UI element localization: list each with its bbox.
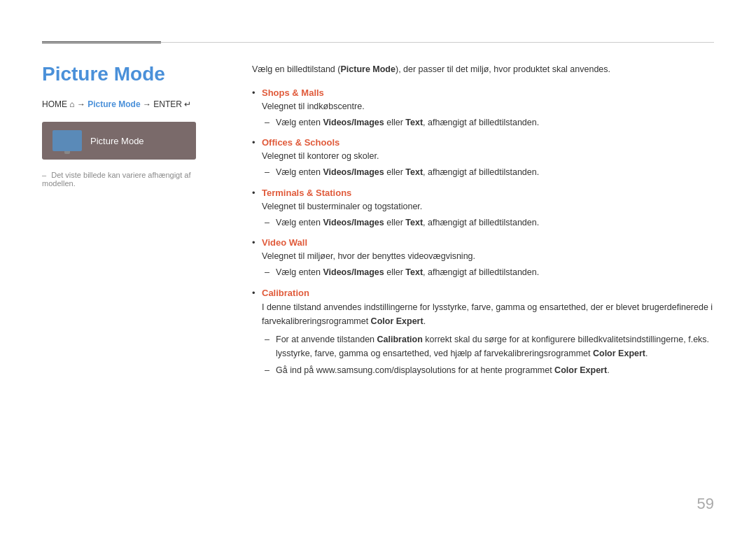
right-column: Vælg en billedtilstand (Picture Mode), d… [252, 56, 714, 386]
item-heading-videowall: Video Wall [262, 237, 714, 248]
page-number: 59 [697, 495, 714, 513]
footnote-dash: – [42, 171, 46, 179]
calibration-sub-2: Gå ind på www.samsung.com/displaysolutio… [262, 363, 714, 377]
nav-enter-label: ENTER [153, 99, 182, 109]
nav-arrow-2: → [143, 99, 151, 109]
item-heading-terminals: Terminals & Stations [262, 188, 714, 198]
page-container: Picture Mode HOME ⌂ → Picture Mode → ENT… [0, 0, 756, 534]
item-desc-terminals: Velegnet til busterminaler og togstation… [262, 200, 714, 213]
nav-arrow-1: → [77, 99, 85, 109]
list-item-videowall: Video Wall Velegnet til miljøer, hvor de… [252, 237, 714, 279]
sub-bullet-shops: Vælg enten Videos/Images eller Text, afh… [262, 116, 714, 129]
left-column: Picture Mode HOME ⌂ → Picture Mode → ENT… [42, 56, 224, 386]
sub-bullet-terminals: Vælg enten Videos/Images eller Text, afh… [262, 216, 714, 230]
picture-mode-box-label: Picture Mode [90, 136, 144, 146]
page-title: Picture Mode [42, 63, 224, 85]
nav-home-icon: ⌂ [69, 99, 77, 109]
nav-picture-mode-link[interactable]: Picture Mode [88, 99, 140, 109]
sub-bullet-offices: Vælg enten Videos/Images eller Text, afh… [262, 166, 714, 179]
bullet-list: Shops & Malls Velegnet til indkøbscentre… [252, 87, 714, 377]
footnote: – Det viste billede kan variere afhængig… [42, 171, 224, 188]
item-heading-shops: Shops & Malls [262, 87, 714, 98]
intro-text: Vælg en billedtilstand (Picture Mode), d… [252, 63, 714, 76]
nav-enter-icon: ↵ [184, 99, 191, 109]
item-desc-shops: Velegnet til indkøbscentre. [262, 100, 714, 113]
list-item-offices: Offices & Schools Velegnet til kontorer … [252, 137, 714, 179]
list-item-terminals: Terminals & Stations Velegnet til buster… [252, 188, 714, 230]
item-heading-offices: Offices & Schools [262, 137, 714, 148]
item-desc-videowall: Velegnet til miljøer, hvor der benyttes … [262, 250, 714, 263]
footnote-text: Det viste billede kan variere afhængigt … [42, 171, 191, 188]
item-desc-offices: Velegnet til kontorer og skoler. [262, 150, 714, 163]
content-wrapper: Picture Mode HOME ⌂ → Picture Mode → ENT… [42, 56, 714, 386]
picture-mode-thumbnail [52, 130, 82, 151]
top-line [42, 42, 714, 43]
picture-mode-box: Picture Mode [42, 122, 196, 160]
item-heading-calibration: Calibration [262, 288, 714, 298]
list-item-calibration: Calibration I denne tilstand anvendes in… [252, 288, 714, 377]
list-item-shops: Shops & Malls Velegnet til indkøbscentre… [252, 87, 714, 129]
sub-bullet-videowall: Vælg enten Videos/Images eller Text, afh… [262, 266, 714, 279]
item-desc-calibration: I denne tilstand anvendes indstillingern… [262, 300, 714, 328]
nav-path: HOME ⌂ → Picture Mode → ENTER ↵ [42, 99, 224, 109]
nav-home-label: HOME [42, 99, 67, 109]
calibration-sub-1: For at anvende tilstanden Calibration ko… [262, 332, 714, 360]
